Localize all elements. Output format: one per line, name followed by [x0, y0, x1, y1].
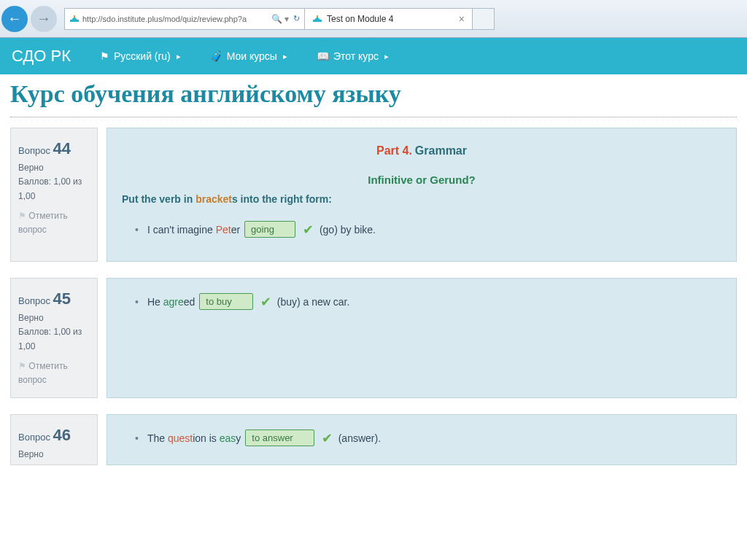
check-icon: ✔ [322, 430, 333, 446]
hint-text: (answer). [338, 432, 381, 444]
question-body: The question is easy to answer ✔ (answer… [107, 414, 737, 465]
answer-field[interactable]: to buy [199, 293, 252, 310]
check-icon: ✔ [260, 294, 271, 310]
my-courses-menu[interactable]: 🧳Мои курсы [210, 50, 287, 62]
sentence-row: The question is easy to answer ✔ (answer… [135, 429, 721, 446]
brand-logo[interactable]: СДО РК [12, 47, 71, 66]
book-icon: 📖 [317, 50, 329, 62]
question-sidebar: Вопрос 45 Верно Баллов: 1,00 из1,00 Отме… [10, 278, 98, 398]
flag-question-link[interactable]: Отметитьвопрос [18, 359, 90, 387]
tab-title: Test on Module 4 [327, 14, 393, 24]
address-bar[interactable]: http://sdo.institute.plus/mod/quiz/revie… [64, 8, 305, 30]
question-state: Верно [18, 448, 90, 462]
section-heading: Part 4. Grammar [122, 144, 721, 158]
page-content: Курс обучения английскому языку Вопрос 4… [0, 74, 747, 471]
back-button[interactable]: ← [1, 6, 28, 32]
check-icon: ✔ [303, 222, 314, 238]
question-state: Верно [18, 161, 90, 175]
page-title: Курс обучения английскому языку [10, 80, 737, 108]
svg-rect-0 [70, 20, 79, 22]
question-number: Вопрос 44 [18, 136, 90, 161]
sentence-row: He agreed to buy ✔ (buy) a new car. [135, 293, 721, 310]
question-number: Вопрос 46 [18, 422, 90, 448]
url-text: http://sdo.institute.plus/mod/quiz/revie… [82, 15, 247, 23]
forward-button[interactable]: → [31, 6, 57, 32]
svg-rect-1 [74, 15, 75, 18]
answer-field[interactable]: to answer [245, 429, 314, 446]
flag-question-link[interactable]: Отметитьвопрос [18, 209, 90, 237]
close-tab-icon[interactable]: × [459, 13, 465, 25]
question-block-45: Вопрос 45 Верно Баллов: 1,00 из1,00 Отме… [10, 278, 737, 398]
divider [10, 117, 737, 117]
browser-chrome: ← → http://sdo.institute.plus/mod/quiz/r… [0, 0, 747, 38]
hint-text: (go) by bike. [320, 224, 376, 236]
svg-rect-3 [317, 15, 318, 18]
refresh-icon[interactable]: ↻ [293, 14, 300, 23]
question-sidebar: Вопрос 44 Верно Баллов: 1,00 из1,00 Отме… [10, 128, 98, 262]
site-favicon-icon [69, 14, 80, 24]
search-icon[interactable]: 🔍 ▾ [271, 14, 289, 24]
hint-text: (buy) a new car. [277, 296, 350, 308]
flag-icon: ⚑ [100, 50, 109, 62]
sentence-row: I can't imagine Peter going ✔ (go) by bi… [135, 221, 721, 238]
top-nav: СДО РК ⚑Русский (ru) 🧳Мои курсы 📖Этот ку… [0, 38, 747, 74]
question-body: Part 4. Grammar Infinitive or Gerund? Pu… [107, 128, 737, 262]
svg-rect-2 [313, 20, 322, 22]
question-sidebar: Вопрос 46 Верно [10, 414, 98, 465]
question-score: Баллов: 1,00 из1,00 [18, 325, 90, 353]
question-block-44: Вопрос 44 Верно Баллов: 1,00 из1,00 Отме… [10, 128, 737, 262]
language-menu[interactable]: ⚑Русский (ru) [100, 50, 181, 62]
question-number: Вопрос 45 [18, 286, 90, 311]
sub-heading: Infinitive or Gerund? [122, 174, 721, 186]
question-state: Верно [18, 311, 90, 325]
question-score: Баллов: 1,00 из1,00 [18, 175, 90, 203]
question-body: He agreed to buy ✔ (buy) a new car. [107, 278, 737, 398]
question-block-46: Вопрос 46 Верно The question is easy to … [10, 414, 737, 465]
answer-field[interactable]: going [244, 221, 295, 238]
new-tab-button[interactable] [473, 8, 495, 30]
instruction-text: Put the verb in brackets into the right … [122, 193, 721, 205]
browser-tab[interactable]: Test on Module 4 × [305, 8, 473, 30]
briefcase-icon: 🧳 [210, 50, 222, 62]
this-course-menu[interactable]: 📖Этот курс [317, 50, 389, 62]
tab-favicon-icon [312, 14, 322, 24]
